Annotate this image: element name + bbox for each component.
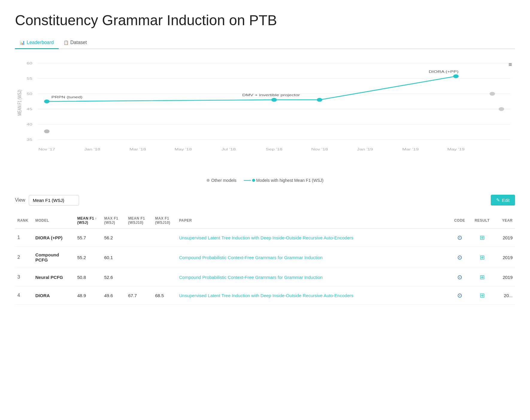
col-paper: PAPER xyxy=(177,213,449,229)
svg-text:PRPN (tuned): PRPN (tuned) xyxy=(51,95,82,99)
svg-point-23 xyxy=(44,129,49,133)
rank-cell: 3 xyxy=(15,268,33,286)
legend-other-label: Other models xyxy=(211,178,237,183)
other-dot xyxy=(207,179,210,182)
rank-cell: 4 xyxy=(15,286,33,305)
paper-link[interactable]: Compound Probabilistic Context-Free Gram… xyxy=(179,255,322,260)
svg-text:45: 45 xyxy=(27,107,32,111)
col-max-f1-wsj10[interactable]: MAX F1(WSJ10) xyxy=(153,213,177,229)
paper-link[interactable]: Unsupervised Latent Tree Induction with … xyxy=(179,235,353,240)
svg-text:40: 40 xyxy=(27,123,32,126)
chart-container: ≡ 60 55 50 45 40 35 MEAN F1 (WSJ) Nov '1… xyxy=(15,58,515,172)
svg-text:Nov '18: Nov '18 xyxy=(311,147,328,151)
col-year: YEAR xyxy=(494,213,515,229)
legend-best: Models with highest Mean F1 (WSJ) xyxy=(244,178,324,183)
page-title: Constituency Grammar Induction on PTB xyxy=(15,12,515,28)
svg-text:Mar '19: Mar '19 xyxy=(402,147,419,151)
view-label: View xyxy=(15,197,25,203)
mean-f1-wsj10-cell xyxy=(126,247,153,268)
svg-text:Jan '19: Jan '19 xyxy=(357,147,373,151)
paper-link[interactable]: Compound Probabilistic Context-Free Gram… xyxy=(179,275,322,280)
svg-text:55: 55 xyxy=(27,77,32,81)
svg-text:Sep '18: Sep '18 xyxy=(266,147,282,151)
chart-legend: Other models Models with highest Mean F1… xyxy=(15,178,515,183)
github-icon[interactable]: ⊙ xyxy=(457,292,462,299)
col-model: MODEL xyxy=(33,213,75,229)
edit-button[interactable]: ✎ Edit xyxy=(491,195,515,206)
table-row: 2 Compound PCFG 55.2 60.1 Compound Proba… xyxy=(15,247,515,268)
svg-text:May '18: May '18 xyxy=(175,147,192,151)
result-icon[interactable]: ⊞ xyxy=(480,292,485,299)
github-icon[interactable]: ⊙ xyxy=(457,254,462,261)
mean-f1-wsj-cell: 55.7 xyxy=(75,229,102,247)
view-bar: View Mean F1 (WSJ) Max F1 (WSJ) Mean F1 … xyxy=(15,195,515,206)
leaderboard-icon: 📊 xyxy=(20,40,25,45)
model-cell: Compound PCFG xyxy=(33,247,75,268)
col-mean-f1-wsj[interactable]: MEAN F1↑(WSJ) xyxy=(75,213,102,229)
chart-svg: 60 55 50 45 40 35 MEAN F1 (WSJ) Nov '17 … xyxy=(15,58,515,160)
svg-text:50: 50 xyxy=(27,92,32,96)
year-cell: 20... xyxy=(494,286,515,305)
legend-best-label: Models with highest Mean F1 (WSJ) xyxy=(256,178,324,183)
code-cell: ⊙ xyxy=(449,286,470,305)
mean-f1-wsj-cell: 50.8 xyxy=(75,268,102,286)
model-cell: DIORA (+PP) xyxy=(33,229,75,247)
svg-point-24 xyxy=(490,92,495,96)
table-header-row: RANK MODEL MEAN F1↑(WSJ) MAX F1(WSJ) MEA… xyxy=(15,213,515,229)
year-cell: 2019 xyxy=(494,247,515,268)
rank-cell: 2 xyxy=(15,247,33,268)
best-line xyxy=(244,180,251,181)
max-f1-wsj-cell: 60.1 xyxy=(102,247,126,268)
github-icon[interactable]: ⊙ xyxy=(457,274,462,280)
svg-point-29 xyxy=(453,74,459,78)
chart-menu-icon[interactable]: ≡ xyxy=(508,61,512,68)
max-f1-wsj10-cell xyxy=(153,268,177,286)
code-cell: ⊙ xyxy=(449,247,470,268)
svg-point-26 xyxy=(44,99,49,103)
leaderboard-table: RANK MODEL MEAN F1↑(WSJ) MAX F1(WSJ) MEA… xyxy=(15,213,515,305)
svg-point-28 xyxy=(317,98,322,102)
tab-leaderboard[interactable]: 📊 Leaderboard xyxy=(15,37,59,49)
paper-link[interactable]: Unsupervised Latent Tree Induction with … xyxy=(179,293,353,298)
max-f1-wsj10-cell: 68.5 xyxy=(153,286,177,305)
svg-point-25 xyxy=(499,107,504,111)
paper-cell[interactable]: Compound Probabilistic Context-Free Gram… xyxy=(177,247,449,268)
github-icon[interactable]: ⊙ xyxy=(457,234,462,241)
dataset-icon: 📋 xyxy=(63,40,69,45)
paper-cell[interactable]: Compound Probabilistic Context-Free Gram… xyxy=(177,268,449,286)
max-f1-wsj10-cell xyxy=(153,247,177,268)
mean-f1-wsj10-cell xyxy=(126,268,153,286)
table-row: 3 Neural PCFG 50.8 52.6 Compound Probabi… xyxy=(15,268,515,286)
svg-point-27 xyxy=(271,98,277,102)
max-f1-wsj-cell: 56.2 xyxy=(102,229,126,247)
max-f1-wsj10-cell xyxy=(153,229,177,247)
result-icon[interactable]: ⊞ xyxy=(480,234,485,241)
tab-dataset-label: Dataset xyxy=(70,40,87,45)
svg-text:MEAN F1 (WSJ): MEAN F1 (WSJ) xyxy=(17,90,22,116)
edit-icon: ✎ xyxy=(496,197,500,203)
svg-text:35: 35 xyxy=(27,138,32,142)
result-icon[interactable]: ⊞ xyxy=(480,274,485,280)
result-icon[interactable]: ⊞ xyxy=(480,254,485,261)
svg-text:Mar '18: Mar '18 xyxy=(129,147,146,151)
paper-cell[interactable]: Unsupervised Latent Tree Induction with … xyxy=(177,286,449,305)
table-row: 4 DIORA 48.9 49.6 67.7 68.5 Unsupervised… xyxy=(15,286,515,305)
paper-cell[interactable]: Unsupervised Latent Tree Induction with … xyxy=(177,229,449,247)
tab-leaderboard-label: Leaderboard xyxy=(27,40,54,45)
svg-text:Jan '18: Jan '18 xyxy=(84,147,100,151)
col-result: RESULT xyxy=(470,213,494,229)
col-mean-f1-wsj10[interactable]: MEAN F1(WSJ10) xyxy=(126,213,153,229)
result-cell: ⊞ xyxy=(470,286,494,305)
model-cell: Neural PCFG xyxy=(33,268,75,286)
view-select[interactable]: Mean F1 (WSJ) Max F1 (WSJ) Mean F1 (WSJ1… xyxy=(29,195,79,206)
result-cell: ⊞ xyxy=(470,247,494,268)
tab-bar: 📊 Leaderboard 📋 Dataset xyxy=(15,37,515,49)
col-max-f1-wsj[interactable]: MAX F1(WSJ) xyxy=(102,213,126,229)
year-cell: 2019 xyxy=(494,229,515,247)
mean-f1-wsj10-cell: 67.7 xyxy=(126,286,153,305)
tab-dataset[interactable]: 📋 Dataset xyxy=(59,37,92,49)
max-f1-wsj-cell: 49.6 xyxy=(102,286,126,305)
best-dot xyxy=(252,179,255,182)
max-f1-wsj-cell: 52.6 xyxy=(102,268,126,286)
edit-label: Edit xyxy=(502,198,510,203)
